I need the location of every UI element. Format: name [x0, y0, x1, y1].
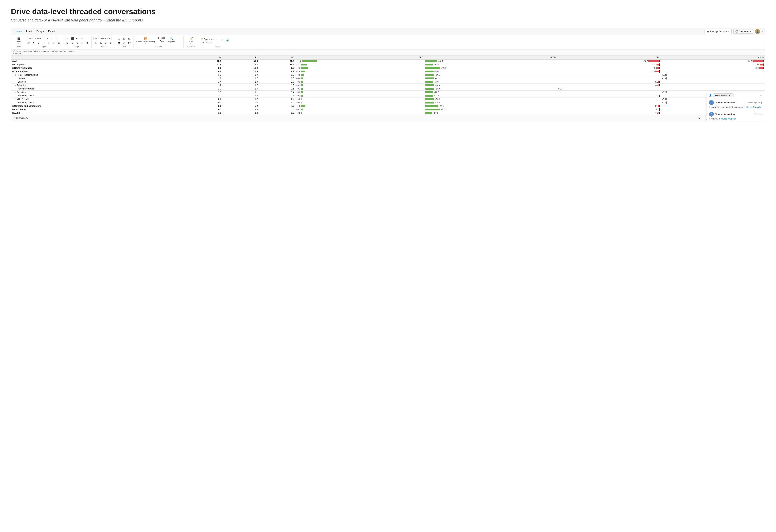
table-row[interactable]: ⊟Car Video 1.1 1.1 1.4 +0.3 +22.5 +0.2	[11, 91, 765, 94]
decimal-inc-button[interactable]: .0⁺	[104, 41, 108, 45]
comment-2-mention[interactable]: Meera Kanniah	[721, 118, 736, 120]
align-group-label: Align	[75, 45, 79, 48]
ribbon-tab-insert[interactable]: Insert	[24, 29, 34, 34]
expand-icon[interactable]: ⊟	[12, 60, 14, 62]
table-row[interactable]: ⊟TV and Video 6.6 10.6 8.2 +1.6 +23.8 -2…	[11, 70, 765, 73]
percent-button[interactable]: %	[93, 41, 98, 45]
table-row[interactable]: ⊟Home Theater System 3.2 3.9 3.9 +0.8 +2…	[11, 73, 765, 77]
expand-icon[interactable]: ⊟	[12, 70, 14, 72]
table-row[interactable]: Southridge Video 1.1 1.4 1.4 +0.3 +22.5 …	[11, 94, 765, 98]
display-button[interactable]: ⊞ Display	[200, 41, 214, 44]
redo-button[interactable]: ↪	[220, 38, 225, 42]
table-row[interactable]: ⊟Computers 12.8 17.2 15.5 +2.7 +20.9 -1.…	[11, 63, 765, 66]
topn-button[interactable]: ↑ Top n	[157, 40, 166, 42]
expand-icon[interactable]: ⊟	[15, 84, 16, 86]
font-size-dropdown[interactable]: 12 ▾	[43, 37, 49, 40]
expand-icon[interactable]: ⊟	[12, 105, 14, 107]
decimal-dec-button[interactable]: .0⁻	[109, 41, 113, 45]
underline-button[interactable]: U	[41, 41, 46, 45]
highlight-color-button[interactable]: 🖊	[52, 41, 56, 45]
explorer-button[interactable]: 🔍 Explorer	[167, 36, 176, 43]
templates-button[interactable]: 📋 Templates	[200, 38, 214, 41]
dollar-button[interactable]: $€	[99, 41, 103, 45]
notes-button[interactable]: 📝 Notes ▾	[188, 36, 194, 45]
ribbon-tab-home[interactable]: Home	[13, 29, 24, 34]
table-row[interactable]: ⊟Home Appliances 5.0 11.0 9.6 +4.6 +91.8…	[11, 66, 765, 70]
conditional-formatting-button[interactable]: 🎨 Conditional Formatting ▾	[135, 36, 156, 45]
font-shrink-button[interactable]: A↓	[55, 36, 59, 40]
ribbon-tab-export[interactable]: Export	[46, 29, 57, 34]
brush-icon[interactable]: 🖌	[26, 41, 31, 45]
align-top-button[interactable]: ⬆	[65, 36, 69, 40]
borders-button[interactable]: ⊡	[57, 41, 61, 45]
ribbon-tab-design[interactable]: Design	[34, 29, 46, 34]
font-grow-button[interactable]: A↑	[50, 36, 54, 40]
expand-icon[interactable]: ⊟	[12, 112, 14, 114]
table-row[interactable]: ⊟Cell phones 0.7 1.4 1.4 +0.7 +97.2 -0.1	[11, 108, 765, 111]
chart-type-5[interactable]: ⤢	[122, 41, 127, 45]
number-content: Quick Format ▾ % $€ .0⁺ .0⁻	[93, 36, 113, 45]
expand-icon[interactable]: ⊟	[15, 98, 16, 100]
undo-button[interactable]: ↩	[215, 38, 219, 42]
row-py: 1.2	[186, 84, 222, 87]
row-ac: 4.5	[259, 105, 295, 108]
expand-icon[interactable]: ⊟	[12, 64, 14, 66]
comment-1-icons: ✏ 🗑	[758, 101, 763, 104]
quick-format-button[interactable]: Quick Format ▾	[93, 37, 112, 40]
outdent-button[interactable]: ⇥	[80, 36, 84, 40]
align-center-button[interactable]: ≡	[70, 41, 74, 45]
settings-icon[interactable]: ⚙	[698, 117, 701, 119]
row-dpl-pct: -20.0	[661, 59, 765, 63]
font-dropdown[interactable]: Inforiver Sans ▾	[26, 37, 42, 40]
layout-button[interactable]: ⊞ Layout ▾	[15, 36, 22, 45]
expand-icon[interactable]: ⊟	[12, 109, 14, 111]
comment-1-delete-icon[interactable]: 🗑	[760, 101, 763, 104]
font-color-button[interactable]: A	[46, 41, 51, 45]
comments-user-chevron[interactable]: ▾	[732, 95, 732, 97]
merge-button[interactable]: ⊞	[85, 41, 90, 45]
filter-button[interactable]: ▽	[177, 37, 182, 41]
comments-button[interactable]: 💬 Comments ▾	[734, 29, 753, 34]
quick-format-chevron: ▾	[109, 38, 110, 39]
excel-button[interactable]: 📊	[225, 38, 230, 42]
row-py: 1.8	[186, 77, 222, 80]
wrap-button[interactable]: ↵	[80, 41, 84, 45]
align-left-button[interactable]: ≡	[65, 41, 69, 45]
expand-icon[interactable]: ⊟	[15, 74, 16, 76]
table-row[interactable]: ⊟Televisions 1.2 1.7 1.5 +0.3 +24.0 -0.2	[11, 84, 765, 87]
chart-type-3[interactable]: ⊟	[127, 36, 132, 40]
chart-type-4[interactable]: ⊠	[117, 41, 121, 45]
comment-1-edit-icon[interactable]: ✏	[758, 101, 760, 104]
expand-icon[interactable]: ⊟	[12, 67, 14, 69]
actions-more[interactable]: ⋯	[230, 38, 235, 42]
comments-more-button[interactable]: ···	[760, 94, 763, 97]
table-row[interactable]: ⊟VCD & DVD 0.2 0.2 0.2 +0.0 +24.9 +0.0	[11, 98, 765, 101]
table-row[interactable]: Contoso 1.4 2.0 1.7 +0.3 +23.4 -0.3	[11, 80, 765, 84]
bold-button[interactable]: B	[31, 41, 36, 45]
row-label: ⊟Cameras and camcorders	[11, 105, 186, 108]
italic-button[interactable]: I	[36, 41, 41, 45]
row-label: Southridge Video	[11, 101, 186, 105]
indent-button[interactable]: ⇤	[75, 36, 79, 40]
table-row[interactable]: Litware 1.8 1.7 2.3 +0.4 +24.7 +0.5	[11, 77, 765, 80]
align-middle-button[interactable]: ⬛	[70, 36, 74, 40]
chart-ratio[interactable]: 1.2	[127, 41, 132, 45]
user-avatar[interactable]: 👤	[755, 29, 760, 34]
zoom-minus-button[interactable]: —	[702, 117, 705, 119]
chart-type-1[interactable]: ▬	[117, 36, 121, 40]
table-row[interactable]: ⊟Audio 1.0 1.4 1.2 +0.2 +20.1 -0.2 -16.0	[11, 111, 765, 115]
comment-1-mention[interactable]: Meera Kanniah	[746, 106, 761, 109]
table-row[interactable]: Adventure Works 1.2 1.5 1.5 +0.3 +24.0 -…	[11, 87, 765, 91]
table-row[interactable]: Southridge Video 0.2 0.2 0.2 +0.0 +24.9 …	[11, 101, 765, 105]
table-row[interactable]: ⊟All 28.9 50.8 40.6 +11.8 +40.7 -10.2 -2	[11, 59, 765, 63]
expand-icon[interactable]: ⊟	[15, 91, 16, 93]
row-label: ⊟All	[11, 59, 186, 63]
topn-icon: ↑	[158, 40, 159, 42]
comments-user-x[interactable]: ✕	[729, 94, 731, 97]
align-right-button[interactable]: ≡	[75, 41, 79, 45]
comments-user-tag[interactable]: Meera Kanniah ✕ ▾	[713, 94, 734, 97]
chart-type-2[interactable]: ⊞	[122, 36, 127, 40]
table-row[interactable]: ⊟Cameras and camcorders 2.6 5.2 4.5 +1.8…	[11, 105, 765, 108]
totals-button[interactable]: Σ Totals	[157, 36, 166, 39]
manage-columns-button[interactable]: ⊞ Manage Columns ▾	[705, 29, 732, 34]
